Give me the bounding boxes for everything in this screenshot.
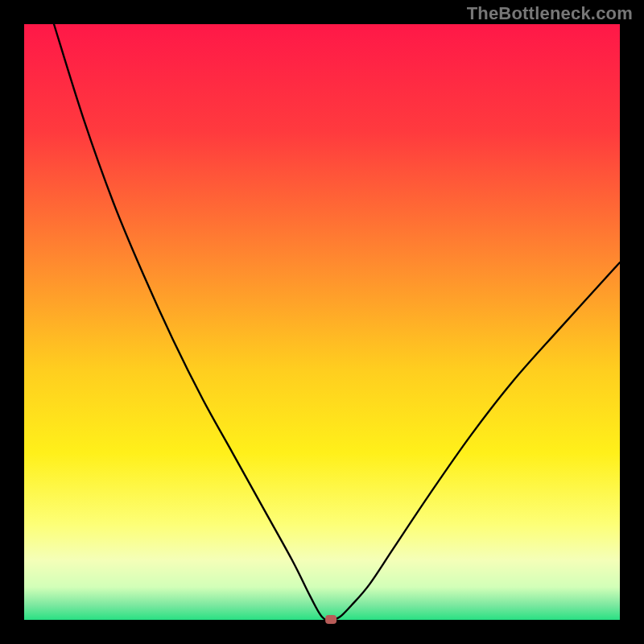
- bottleneck-chart: [0, 0, 644, 644]
- chart-container: TheBottleneck.com: [0, 0, 644, 644]
- attribution-label: TheBottleneck.com: [467, 3, 633, 24]
- optimal-marker: [325, 615, 336, 624]
- plot-background: [24, 24, 620, 620]
